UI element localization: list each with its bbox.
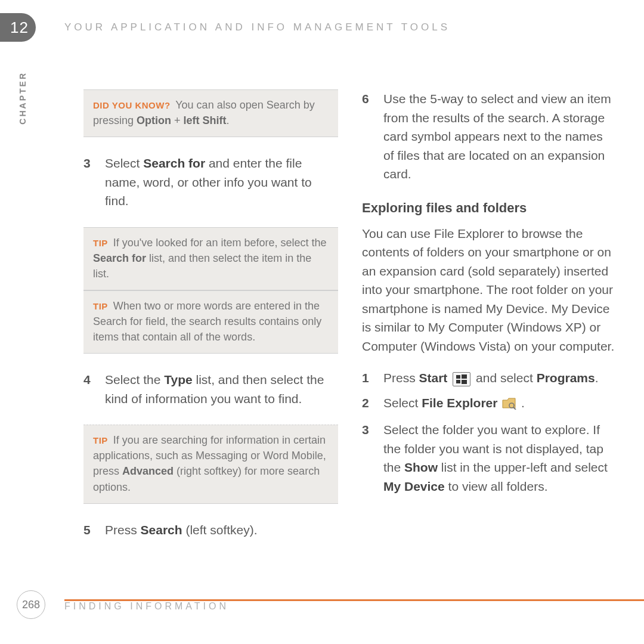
content-columns: DID YOU KNOW? You can also open Search b… (83, 89, 617, 590)
section-heading: Exploring files and folders (362, 200, 617, 216)
tip-label: TIP (93, 301, 108, 311)
step-text: Select the folder you want to explore. I… (383, 420, 617, 496)
step-number: 3 (83, 154, 94, 210)
step-text: Press Search (left softkey). (105, 521, 258, 540)
chapter-number-badge: 12 (0, 13, 36, 42)
intro-paragraph: You can use File Explorer to browse the … (362, 224, 617, 356)
step-text: Select File Explorer . (383, 394, 525, 415)
step-number: 1 (362, 369, 373, 388)
t: Programs (537, 371, 595, 385)
t: Select (105, 156, 143, 170)
t: Select the (105, 373, 164, 386)
step-text: Select Search for and enter the file nam… (105, 154, 338, 210)
right-column: 6 Use the 5-way to select and view an it… (362, 89, 617, 590)
t: If you've looked for an item before, sel… (110, 237, 327, 249)
step-4: 4 Select the Type list, and then select … (83, 370, 338, 408)
dyk-key1: Option (137, 114, 171, 126)
explore-step-3: 3 Select the folder you want to explore.… (362, 420, 617, 496)
t: My Device (383, 479, 445, 493)
step-number: 5 (83, 521, 94, 540)
page-number-text: 268 (22, 599, 40, 611)
explore-step-1: 1 Press Start and select Programs. (362, 369, 617, 388)
dyk-post: . (227, 114, 230, 126)
step-5: 5 Press Search (left softkey). (83, 521, 338, 540)
did-you-know-label: DID YOU KNOW? (93, 100, 171, 110)
step-6: 6 Use the 5-way to select and view an it… (362, 89, 617, 184)
t: . (595, 371, 599, 385)
windows-start-icon (453, 372, 470, 386)
chapter-vertical-label: CHAPTER (18, 72, 27, 125)
t: Search for (143, 156, 205, 170)
page-number: 268 (17, 590, 45, 619)
running-head: YOUR APPLICATION AND INFO MANAGEMENT TOO… (64, 21, 450, 33)
dyk-plus: + (171, 114, 184, 126)
t: list in the upper-left and select (438, 460, 608, 474)
svg-rect-0 (456, 375, 460, 379)
tip-label: TIP (93, 435, 108, 445)
t: Advanced (122, 465, 174, 477)
step-number: 3 (362, 420, 373, 496)
tip-callout-3: TIP If you are searching for information… (83, 425, 338, 503)
t: Use the 5-way to select and view an item… (383, 92, 611, 181)
step-3: 3 Select Search for and enter the file n… (83, 154, 338, 210)
left-column: DID YOU KNOW? You can also open Search b… (83, 89, 338, 590)
t: Search for (93, 252, 146, 264)
explore-step-2: 2 Select File Explorer . (362, 394, 617, 415)
t: to view all folders. (445, 479, 548, 493)
t: Press (383, 371, 419, 385)
t: and select (476, 371, 537, 385)
tip-callout-1: TIP If you've looked for an item before,… (83, 227, 338, 290)
footer-section: FINDING INFORMATION (64, 601, 229, 612)
dyk-key2: left Shift (184, 114, 227, 126)
tip-label: TIP (93, 238, 108, 248)
t: Select (383, 396, 422, 410)
t: Press (105, 523, 141, 537)
chapter-number: 12 (10, 18, 29, 37)
tip-callout-2: TIP When two or more words are entered i… (83, 290, 338, 354)
step-text: Press Start and select Programs. (383, 369, 599, 388)
step-text: Select the Type list, and then select th… (105, 370, 338, 408)
step-number: 2 (362, 394, 373, 415)
svg-rect-2 (456, 380, 460, 383)
t: Show (404, 460, 438, 474)
t: When two or more words are entered in th… (93, 300, 321, 343)
t: File Explorer (422, 396, 497, 410)
step-number: 6 (362, 89, 373, 184)
t: . (518, 396, 525, 410)
svg-rect-1 (462, 374, 467, 379)
page: 12 CHAPTER YOUR APPLICATION AND INFO MAN… (0, 0, 644, 644)
t: Type (164, 373, 192, 386)
folder-search-icon (502, 396, 516, 415)
t: (left softkey). (182, 523, 258, 537)
t: Start (419, 371, 448, 385)
step-text: Use the 5-way to select and view an item… (383, 89, 617, 184)
step-number: 4 (83, 370, 94, 408)
t: Search (141, 523, 182, 537)
did-you-know-callout: DID YOU KNOW? You can also open Search b… (83, 89, 338, 137)
svg-rect-3 (462, 380, 467, 384)
